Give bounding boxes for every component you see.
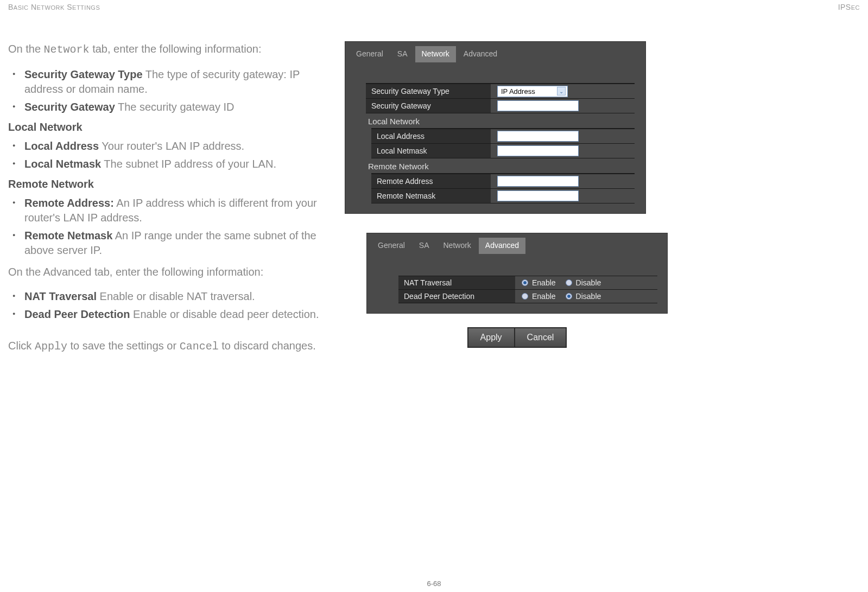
tab-sa[interactable]: SA <box>413 238 436 254</box>
doc-text-column: On the Network tab, enter the following … <box>8 41 345 364</box>
bullet-nat: NAT Traversal Enable or disable NAT trav… <box>8 289 323 304</box>
network-word: Network <box>44 43 90 56</box>
header-left: BASIC NETWORK SETTINGS <box>8 3 100 11</box>
bullet-local-mask: Local Netmask The subnet IP address of y… <box>8 157 323 171</box>
label-sg: Security Gateway <box>366 98 491 113</box>
bullet-remote-mask: Remote Netmask An IP range under the sam… <box>8 228 323 258</box>
term: Remote Netmask <box>24 230 112 241</box>
click-instruction: Click Apply to save the settings or Canc… <box>8 338 323 354</box>
desc: Enable or disable dead peer detection. <box>130 308 319 320</box>
label-nat: NAT Traversal <box>398 276 515 289</box>
radio-label: Enable <box>532 278 556 287</box>
radio-nat-disable[interactable]: Disable <box>566 278 601 287</box>
tab-network[interactable]: Network <box>437 238 478 254</box>
radio-label: Disable <box>576 278 601 287</box>
desc: Your router's LAN IP address. <box>99 140 244 152</box>
label-local-mask: Local Netmask <box>371 143 491 158</box>
term: Local Netmask <box>24 158 101 170</box>
radio-nat-enable[interactable]: Enable <box>522 278 556 287</box>
radio-label: Enable <box>532 292 556 301</box>
page-number: 6-68 <box>427 580 441 588</box>
text: to save the settings or <box>67 340 180 352</box>
radio-icon <box>566 279 572 286</box>
heading-remote-network: Remote Network <box>8 178 323 190</box>
tabs: General SA Network Advanced <box>345 42 645 62</box>
bullet-dpd: Dead Peer Detection Enable or disable de… <box>8 307 323 322</box>
cancel-button[interactable]: Cancel <box>515 328 567 347</box>
label-remote-mask: Remote Netmask <box>371 188 491 203</box>
input-sg[interactable] <box>497 100 579 111</box>
text: tab, enter the following information: <box>90 43 262 55</box>
label-local-addr: Local Address <box>371 129 491 143</box>
button-bar: Apply Cancel <box>366 327 668 348</box>
label-remote-addr: Remote Address <box>371 174 491 188</box>
apply-word: Apply <box>35 340 67 353</box>
term: Local Address <box>24 140 99 152</box>
intro-advanced: On the Advanced tab, enter the following… <box>8 264 323 279</box>
bullet-remote-addr: Remote Address: An IP address which is d… <box>8 196 323 225</box>
select-value: IP Address <box>501 87 535 96</box>
desc: The security gateway ID <box>115 101 235 113</box>
chevron-down-icon: ⌄ <box>557 87 566 96</box>
text: to discard changes. <box>219 340 316 352</box>
tab-general[interactable]: General <box>371 238 411 254</box>
term: NAT Traversal <box>24 290 97 302</box>
desc: The subnet IP address of your LAN. <box>101 158 276 170</box>
network-panel: General SA Network Advanced Security Gat… <box>345 41 646 214</box>
desc: Enable or disable NAT traversal. <box>97 290 255 302</box>
term: Dead Peer Detection <box>24 308 130 320</box>
tab-network[interactable]: Network <box>415 46 456 62</box>
tabs: General SA Network Advanced <box>367 233 667 254</box>
text: On the <box>8 43 44 55</box>
input-remote-addr[interactable] <box>497 176 579 187</box>
tab-advanced[interactable]: Advanced <box>479 238 525 254</box>
radio-dpd-disable[interactable]: Disable <box>566 292 601 301</box>
input-remote-mask[interactable] <box>497 190 579 201</box>
radio-icon <box>522 293 528 300</box>
apply-button[interactable]: Apply <box>468 328 515 347</box>
input-local-mask[interactable] <box>497 145 579 156</box>
cancel-word: Cancel <box>180 340 219 353</box>
tab-sa[interactable]: SA <box>391 46 414 62</box>
select-sg-type[interactable]: IP Address ⌄ <box>497 86 568 97</box>
page-header: BASIC NETWORK SETTINGS IPSEC <box>8 0 860 11</box>
term: Remote Address: <box>24 197 114 209</box>
radio-dpd-enable[interactable]: Enable <box>522 292 556 301</box>
group-header-remote: Remote Network <box>366 160 635 173</box>
label-dpd: Dead Peer Detection <box>398 289 515 303</box>
group-header-local: Local Network <box>366 114 635 128</box>
radio-icon <box>522 279 528 286</box>
tab-advanced[interactable]: Advanced <box>457 46 504 62</box>
heading-local-network: Local Network <box>8 121 323 133</box>
text: Click <box>8 340 35 352</box>
bullet-sg-type: Security Gateway Type The type of securi… <box>8 67 323 97</box>
label-sg-type: Security Gateway Type <box>366 84 491 98</box>
term: Security Gateway Type <box>24 68 143 80</box>
tab-general[interactable]: General <box>350 46 390 62</box>
bullet-sg: Security Gateway The security gateway ID <box>8 100 323 114</box>
intro-network: On the Network tab, enter the following … <box>8 41 323 58</box>
bullet-local-addr: Local Address Your router's LAN IP addre… <box>8 139 323 154</box>
radio-label: Disable <box>576 292 601 301</box>
header-right: IPSEC <box>838 3 860 11</box>
radio-icon <box>566 293 572 300</box>
input-local-addr[interactable] <box>497 131 579 142</box>
term: Security Gateway <box>24 101 115 113</box>
advanced-panel: General SA Network Advanced NAT Traversa… <box>366 233 668 314</box>
